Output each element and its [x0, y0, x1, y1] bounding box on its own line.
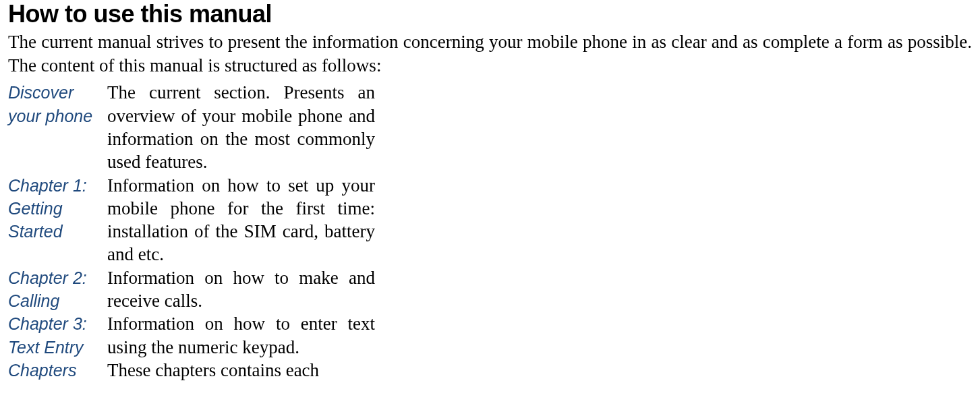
- section-desc: Information on how to make and receive c…: [107, 266, 375, 313]
- section-label: Chapter 3: Text Entry: [8, 312, 96, 359]
- section-desc: These chapters contains each: [107, 359, 375, 382]
- section-label: Chapters: [8, 359, 96, 382]
- page-title: How to use this manual: [8, 0, 972, 28]
- intro-paragraph: The current manual strives to present th…: [8, 30, 972, 77]
- section-desc: The current section. Presents an overvie…: [107, 81, 375, 173]
- section-label: Discover your phone: [8, 81, 96, 173]
- section-label: Chapter 1: Getting Started: [8, 174, 96, 266]
- section-desc: Information on how to set up your mobile…: [107, 174, 375, 266]
- section-desc: Information on how to enter text using t…: [107, 312, 375, 359]
- section-label: Chapter 2: Calling: [8, 266, 96, 313]
- section-table: Discover your phone The current section.…: [8, 81, 972, 382]
